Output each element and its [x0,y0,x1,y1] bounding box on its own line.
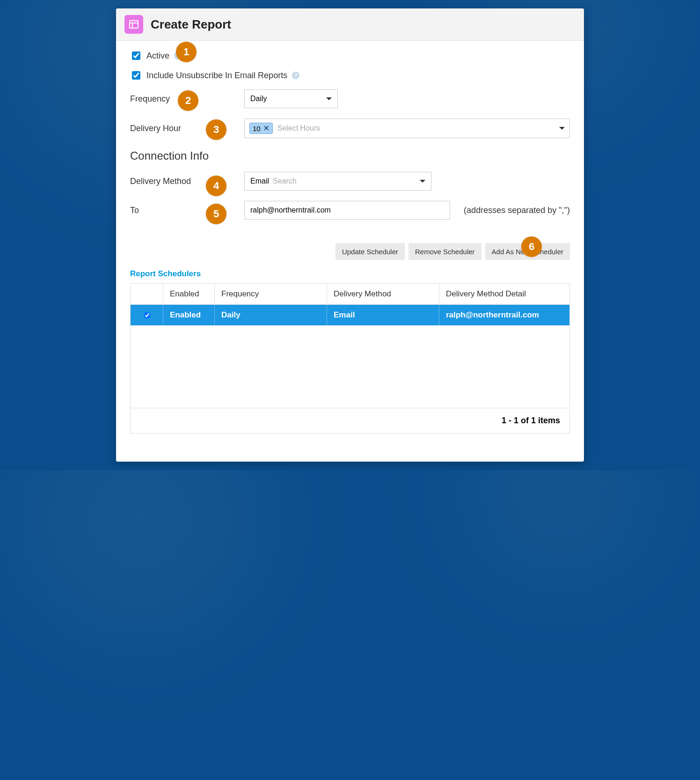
chevron-down-icon [326,97,332,100]
modal-title: Create Report [151,17,231,32]
col-enabled-header: Enabled [163,284,215,304]
col-detail-header: Delivery Method Detail [439,284,569,304]
row-enabled: Enabled [163,305,215,325]
schedulers-grid: Enabled Frequency Delivery Method Delive… [130,283,570,434]
row-detail: ralph@northerntrail.com [439,305,569,325]
modal-header: Create Report [116,8,584,41]
unsubscribe-label: Include Unsubscribe In Email Reports [146,71,287,81]
callout-4: 4 [206,176,226,196]
col-checkbox-header [131,284,163,304]
chevron-down-icon [420,180,425,183]
hour-chip: 10 ✕ [249,123,273,134]
to-input[interactable] [244,201,450,220]
unsubscribe-checkbox[interactable] [132,71,140,80]
table-row[interactable]: Enabled Daily Email ralph@northerntrail.… [131,305,569,325]
grid-header: Enabled Frequency Delivery Method Delive… [131,284,569,305]
update-scheduler-button[interactable]: Update Scheduler [335,243,405,260]
callout-6: 6 [521,236,542,257]
delivery-method-row: Delivery Method Email Search [130,172,570,191]
create-report-modal: Create Report 1 2 3 4 5 6 Active ? Inclu… [116,8,584,462]
report-schedulers-title: Report Schedulers [130,269,570,279]
frequency-value: Daily [250,95,267,103]
delivery-hour-placeholder: Select Hours [277,124,321,132]
row-checkbox[interactable] [144,312,150,318]
remove-scheduler-button[interactable]: Remove Scheduler [408,243,481,260]
delivery-method-label: Delivery Method [130,177,210,186]
connection-info-heading: Connection Info [130,149,570,162]
col-frequency-header: Frequency [215,284,327,304]
col-method-header: Delivery Method [327,284,439,304]
report-icon [124,15,143,34]
frequency-select[interactable]: Daily [244,89,338,108]
delivery-hour-select[interactable]: 10 ✕ Select Hours [244,118,570,138]
help-icon[interactable]: ? [292,72,299,79]
unsubscribe-row: Include Unsubscribe In Email Reports ? [130,70,570,81]
callout-2: 2 [178,90,198,111]
active-label: Active [146,51,169,61]
callout-5: 5 [206,204,226,224]
svg-rect-0 [130,21,138,28]
delivery-method-value: Email [250,177,269,185]
grid-footer: 1 - 1 of 1 items [131,408,569,433]
callout-3: 3 [206,119,226,140]
hour-chip-value: 10 [253,125,261,132]
active-checkbox[interactable] [132,52,140,60]
to-label: To [130,206,210,215]
delivery-hour-label: Delivery Hour [130,124,210,133]
delivery-method-select[interactable]: Email Search [244,172,431,191]
modal-body: 1 2 3 4 5 6 Active ? Include Unsubscribe… [116,41,584,462]
row-frequency: Daily [215,305,327,325]
scheduler-buttons: Update Scheduler Remove Scheduler Add As… [130,243,570,260]
chevron-down-icon [559,127,565,130]
to-row: To (addresses separated by ",") [130,201,570,220]
callout-1: 1 [176,42,197,62]
to-hint: (addresses separated by ",") [464,206,570,215]
grid-body: Enabled Daily Email ralph@northerntrail.… [131,305,569,408]
delivery-method-search-placeholder: Search [273,177,297,185]
row-method: Email [327,305,439,325]
delivery-hour-row: Delivery Hour 10 ✕ Select Hours [130,118,570,138]
chip-remove-icon[interactable]: ✕ [263,124,270,132]
